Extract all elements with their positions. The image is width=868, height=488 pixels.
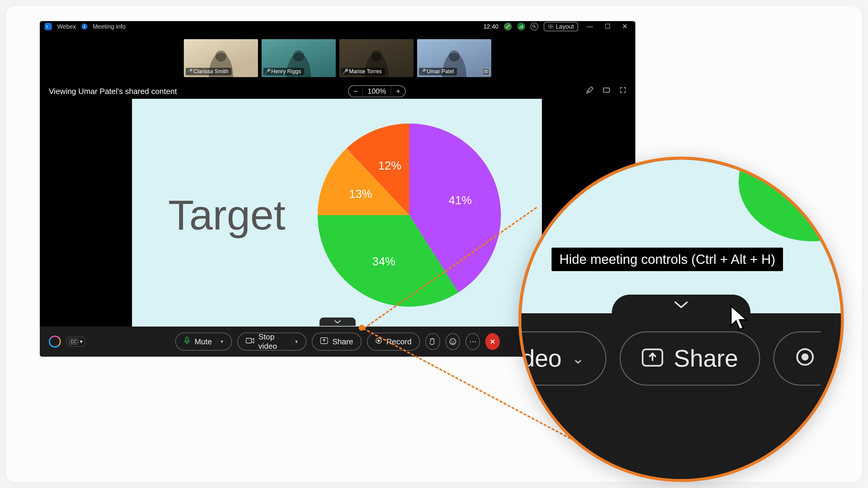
svg-point-20 — [454, 341, 455, 341]
end-call-button[interactable] — [486, 333, 500, 350]
pie-slice-label: 41% — [449, 194, 472, 207]
signal-icon[interactable] — [517, 23, 525, 30]
microphone-icon — [184, 337, 190, 347]
close-window-button[interactable]: ✕ — [619, 23, 630, 30]
share-button[interactable]: Share — [312, 332, 361, 351]
mic-muted-icon: 🎤 — [343, 70, 347, 74]
share-screen-icon — [320, 337, 328, 346]
participant-name: Clarissa Smith — [193, 68, 228, 75]
viewing-shared-content-label: Viewing Umar Patel's shared content — [49, 87, 177, 96]
participant-name: Umar Patel — [427, 68, 454, 75]
raise-hand-button[interactable] — [426, 333, 440, 350]
participant-thumbnail[interactable]: 🎤Marise Torres — [339, 39, 413, 77]
svg-rect-9 — [548, 27, 550, 29]
svg-rect-14 — [246, 338, 251, 343]
pop-out-icon[interactable] — [603, 87, 610, 96]
svg-rect-13 — [186, 337, 188, 341]
zoom-value: 100% — [363, 87, 391, 96]
info-icon[interactable]: i — [82, 24, 87, 30]
more-options-button[interactable]: ⋯ — [465, 333, 480, 350]
svg-point-5 — [533, 25, 535, 27]
svg-point-19 — [451, 341, 452, 341]
svg-point-23 — [801, 353, 808, 360]
participant-name: Marise Torres — [349, 68, 382, 75]
svg-line-6 — [535, 27, 536, 28]
chevron-down-icon: ▾ — [80, 338, 83, 345]
pie-chart: 41%34%13%12% — [313, 119, 506, 312]
participant-thumbnails: 🎤Clarissa Smith 🎤Henry Riggs 🎤Marise Tor… — [184, 39, 491, 77]
stop-video-label: Stop video — [258, 332, 286, 351]
meeting-info-label[interactable]: Meeting info — [93, 23, 126, 30]
minimize-button[interactable]: — — [584, 23, 596, 30]
pie-slice-label: 34% — [372, 255, 396, 268]
meeting-time: 12:40 — [484, 23, 498, 30]
mic-icon: 🎤 — [187, 70, 192, 74]
svg-rect-4 — [522, 25, 523, 28]
callout-magnifier: Hide meeting controls (Ctrl + Alt + H) d… — [518, 157, 844, 482]
stop-video-button[interactable]: Stop video ▾ — [237, 332, 306, 351]
search-icon[interactable] — [530, 23, 538, 30]
share-screen-icon — [642, 345, 663, 372]
camera-icon — [246, 337, 254, 346]
hide-controls-tab[interactable] — [319, 318, 355, 326]
chevron-down-icon[interactable]: ▾ — [292, 338, 298, 345]
svg-rect-2 — [519, 27, 520, 28]
pie-slice-label: 13% — [349, 187, 372, 200]
mic-muted-icon: 🎤 — [421, 70, 425, 74]
mute-label: Mute — [194, 337, 212, 347]
svg-point-18 — [450, 338, 456, 345]
sharing-indicator-icon — [482, 68, 490, 75]
share-label: Share — [332, 337, 353, 347]
svg-rect-3 — [521, 26, 521, 28]
maximize-button[interactable]: ☐ — [601, 23, 614, 30]
zoom-control: − 100% + — [348, 85, 406, 97]
stop-video-button[interactable]: deo ⌄ — [518, 331, 607, 386]
participant-thumbnail[interactable]: 🎤Henry Riggs — [261, 39, 336, 77]
fullscreen-icon[interactable] — [620, 87, 626, 96]
participant-thumbnail[interactable]: 🎤Umar Patel — [417, 39, 491, 77]
zoom-in-button[interactable]: + — [391, 87, 405, 96]
svg-rect-8 — [551, 24, 553, 26]
chart-title: Target — [168, 191, 285, 239]
cc-icon: CC — [69, 339, 78, 344]
hide-controls-tab[interactable] — [612, 295, 750, 315]
share-label: Share — [674, 345, 738, 372]
reactions-button[interactable] — [445, 333, 460, 350]
layout-label: Layout — [556, 23, 574, 30]
hide-controls-tooltip: Hide meeting controls (Ctrl + Alt + H) — [552, 248, 783, 271]
share-button[interactable]: Share — [620, 331, 760, 386]
record-icon — [795, 345, 815, 372]
layout-button[interactable]: Layout — [544, 22, 578, 31]
svg-rect-12 — [603, 88, 610, 92]
pie-slice-partial — [731, 157, 844, 250]
titlebar: Webex i Meeting info 12:40 Layout — [40, 21, 635, 32]
content-header: Viewing Umar Patel's shared content − 10… — [40, 84, 635, 98]
shared-content-area: Target 41%34%13%12% — [132, 99, 542, 331]
webex-logo-icon — [44, 23, 52, 30]
record-button[interactable] — [773, 331, 821, 386]
zoom-out-button[interactable]: − — [349, 87, 363, 96]
network-status-icon[interactable] — [504, 23, 512, 30]
svg-point-17 — [378, 339, 380, 342]
app-name: Webex — [57, 23, 76, 30]
captions-button[interactable]: CC ▾ — [66, 337, 85, 347]
pie-slice-label: 12% — [378, 159, 401, 172]
svg-rect-10 — [551, 27, 553, 29]
mute-button[interactable]: Mute ▾ — [175, 332, 232, 351]
stop-video-label-partial: deo — [521, 345, 561, 372]
chevron-down-icon[interactable]: ⌄ — [572, 350, 584, 367]
svg-point-1 — [48, 25, 51, 28]
participant-thumbnail[interactable]: 🎤Clarissa Smith — [184, 39, 258, 77]
annotate-icon[interactable] — [586, 87, 593, 96]
mic-muted-icon: 🎤 — [265, 70, 270, 74]
svg-rect-7 — [548, 24, 550, 26]
participant-name: Henry Riggs — [271, 68, 301, 75]
ai-assistant-icon[interactable] — [49, 335, 61, 348]
chevron-down-icon[interactable]: ▾ — [217, 338, 223, 345]
